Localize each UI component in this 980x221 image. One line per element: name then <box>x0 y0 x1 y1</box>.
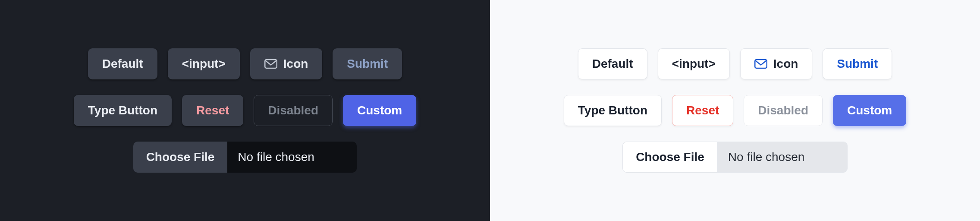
file-status-label: No file chosen <box>227 142 357 173</box>
choose-file-button[interactable]: Choose File <box>623 142 718 172</box>
icon-button[interactable]: Icon <box>250 48 323 79</box>
icon-button-label: Icon <box>773 57 798 71</box>
submit-button[interactable]: Submit <box>823 48 892 79</box>
svg-rect-0 <box>265 60 277 68</box>
file-input[interactable]: Choose File No file chosen <box>133 142 357 173</box>
file-row: Choose File No file chosen <box>133 142 357 173</box>
icon-button[interactable]: Icon <box>740 48 813 79</box>
file-input[interactable]: Choose File No file chosen <box>622 142 848 173</box>
file-status-label: No file chosen <box>718 142 847 172</box>
input-button[interactable]: <input> <box>168 48 240 79</box>
custom-button[interactable]: Custom <box>343 95 416 126</box>
mail-icon <box>264 59 277 69</box>
dark-theme-panel: Default <input> Icon Submit Type Button … <box>0 0 490 221</box>
mail-icon <box>754 59 767 69</box>
reset-button[interactable]: Reset <box>182 95 243 126</box>
default-button[interactable]: Default <box>88 48 157 79</box>
custom-button[interactable]: Custom <box>833 95 906 126</box>
button-row-2: Type Button Reset Disabled Custom <box>564 95 906 126</box>
icon-button-label: Icon <box>283 57 308 71</box>
type-button[interactable]: Type Button <box>564 95 662 126</box>
light-theme-panel: Default <input> Icon Submit Type Button … <box>490 0 980 221</box>
button-row-1: Default <input> Icon Submit <box>88 48 402 79</box>
reset-button[interactable]: Reset <box>672 95 733 126</box>
disabled-button: Disabled <box>254 95 333 126</box>
disabled-button: Disabled <box>744 95 823 126</box>
default-button[interactable]: Default <box>578 48 647 79</box>
button-row-2: Type Button Reset Disabled Custom <box>74 95 416 126</box>
submit-button[interactable]: Submit <box>333 48 402 79</box>
svg-rect-1 <box>755 60 767 68</box>
file-row: Choose File No file chosen <box>622 142 848 173</box>
button-row-1: Default <input> Icon Submit <box>578 48 892 79</box>
input-button[interactable]: <input> <box>658 48 730 79</box>
choose-file-button[interactable]: Choose File <box>133 142 228 173</box>
type-button[interactable]: Type Button <box>74 95 172 126</box>
